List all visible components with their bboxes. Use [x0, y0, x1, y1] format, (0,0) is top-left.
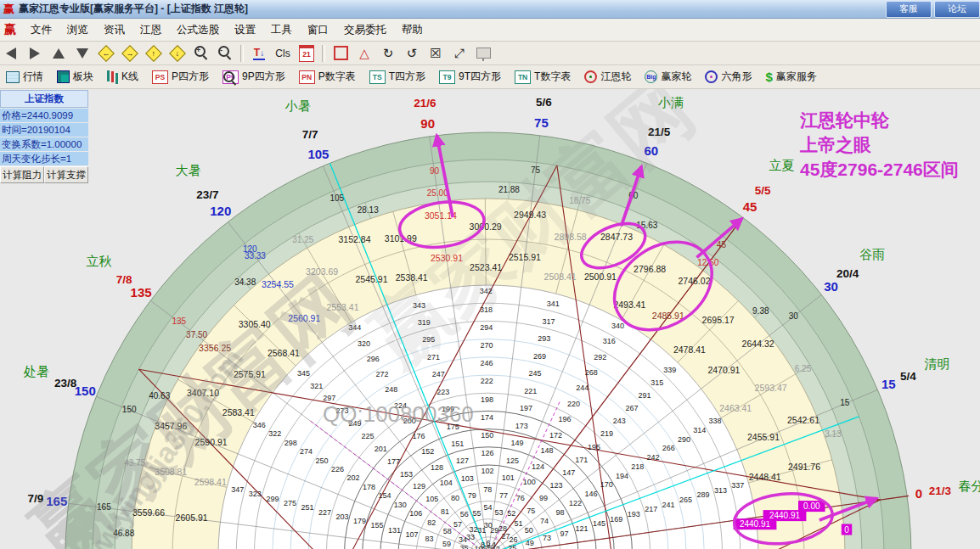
tool-六角形[interactable]: 六角形 [699, 67, 758, 87]
menu-item-文件[interactable]: 文件 [23, 20, 59, 41]
svg-text:2463.41: 2463.41 [719, 403, 752, 413]
svg-text:立夏: 立夏 [769, 158, 794, 172]
rect-tool-icon[interactable] [329, 42, 352, 64]
menu-item-帮助[interactable]: 帮助 [394, 20, 431, 41]
title-bar: 赢 赢家江恩专业版[赢家服务平台] - [上证指数 江恩轮] 客服 论坛 [0, 0, 980, 19]
svg-text:148: 148 [541, 446, 554, 455]
menu-item-工具[interactable]: 工具 [263, 20, 300, 41]
tool-行情[interactable]: 行情 [0, 67, 49, 87]
svg-text:129: 129 [413, 482, 425, 490]
svg-text:15: 15 [881, 377, 896, 391]
menu-item-浏览[interactable]: 浏览 [59, 20, 96, 41]
box-select-icon[interactable]: ☒ [425, 42, 447, 64]
svg-text:75: 75 [534, 115, 549, 130]
up-icon[interactable] [48, 42, 70, 64]
svg-text:76: 76 [516, 494, 525, 502]
pan-down-icon[interactable]: ↓ [166, 42, 189, 64]
svg-text:203: 203 [335, 513, 348, 521]
svg-text:2796.88: 2796.88 [634, 264, 666, 274]
calc-resistance-button[interactable]: 计算阻力 [0, 166, 44, 183]
gann-wheel-chart[interactable]: 1234567891011121323242526272829303132333… [0, 89, 980, 549]
svg-text:2448.41: 2448.41 [749, 472, 781, 482]
svg-text:135: 135 [172, 317, 186, 326]
svg-text:2593.47: 2593.47 [755, 383, 787, 393]
zoom-out-icon[interactable]: - [214, 42, 236, 64]
tool-P数字表[interactable]: PNP数字表 [293, 67, 362, 87]
svg-text:266: 266 [662, 444, 675, 452]
panel-row-2[interactable]: 变换系数=1.00000 [0, 137, 88, 151]
svg-text:316: 316 [603, 337, 616, 345]
tool-板块[interactable]: 板块 [51, 67, 99, 87]
menu-item-交易委托[interactable]: 交易委托 [336, 20, 394, 41]
svg-text:105: 105 [307, 147, 329, 161]
rotate-cw-icon[interactable]: ↻ [377, 42, 399, 64]
panel-row-1[interactable]: 时间=20190104 [0, 123, 88, 137]
svg-text:2545.91: 2545.91 [356, 274, 388, 284]
tool-T数字表[interactable]: TNT数字表 [509, 67, 577, 87]
svg-text:2500.91: 2500.91 [584, 272, 617, 282]
svg-text:246: 246 [480, 359, 493, 367]
svg-text:322: 322 [268, 429, 281, 438]
svg-text:20/4: 20/4 [836, 267, 859, 280]
svg-text:290: 290 [678, 435, 690, 444]
down-icon[interactable] [71, 42, 93, 64]
note-line-1: 江恩轮中轮 [800, 108, 959, 132]
svg-text:220: 220 [567, 400, 580, 408]
svg-text:150: 150 [75, 384, 96, 398]
svg-text:346: 346 [253, 421, 266, 429]
svg-text:221: 221 [524, 387, 537, 395]
tool-P四方形[interactable]: PSP四方形 [146, 67, 215, 87]
menu-item-设置[interactable]: 设置 [227, 20, 263, 41]
svg-text:98: 98 [555, 508, 564, 517]
svg-text:171: 171 [575, 456, 588, 464]
tool-T四方形[interactable]: TST四方形 [363, 67, 431, 87]
triangle-tool-icon[interactable]: △ [353, 42, 375, 64]
presentation-icon[interactable] [472, 42, 494, 64]
svg-text:55: 55 [472, 509, 481, 518]
panel-row-3[interactable]: 周天变化步长=1 [0, 152, 88, 165]
forward-icon[interactable] [24, 42, 46, 64]
rotate-ccw-icon[interactable]: ↺ [401, 42, 423, 64]
svg-text:107: 107 [406, 530, 419, 539]
pan-up-icon[interactable]: ↑ [143, 42, 165, 64]
tool-赢家服务[interactable]: $赢家服务 [759, 67, 822, 87]
fit-screen-icon[interactable]: ⤢ [448, 42, 470, 64]
tool-赢家轮[interactable]: Big赢家轮 [639, 67, 697, 87]
svg-text:154: 154 [378, 491, 391, 500]
app-logo-icon: 赢 [3, 2, 14, 17]
svg-text:172: 172 [549, 431, 562, 440]
tool-9T四方形[interactable]: T99T四方形 [433, 67, 507, 87]
svg-text:4: 4 [492, 541, 496, 549]
svg-text:250: 250 [316, 457, 329, 465]
menu-item-窗口[interactable]: 窗口 [300, 20, 336, 41]
svg-text:121: 121 [575, 524, 588, 533]
menu-item-资讯[interactable]: 资讯 [96, 20, 132, 41]
tool-K线[interactable]: K线 [101, 67, 144, 87]
svg-text:339: 339 [663, 366, 676, 374]
pan-left-icon[interactable]: ← [95, 42, 117, 64]
menu-item-公式选股[interactable]: 公式选股 [169, 20, 227, 41]
svg-text:120: 120 [210, 204, 231, 218]
pan-right-icon[interactable]: → [119, 42, 141, 64]
time-axis-icon[interactable]: T↓ [248, 42, 270, 64]
svg-text:268: 268 [585, 368, 598, 377]
svg-text:298: 298 [284, 439, 297, 447]
svg-text:153: 153 [400, 470, 413, 479]
svg-text:105: 105 [425, 495, 438, 503]
tool-9P四方形[interactable]: P99P四方形 [217, 67, 291, 87]
svg-text:194: 194 [616, 472, 628, 480]
back-icon[interactable] [0, 42, 22, 64]
panel-row-0[interactable]: 价格=2440.9099 [0, 109, 88, 122]
svg-text:291: 291 [638, 391, 651, 400]
tool-江恩轮[interactable]: 江恩轮 [578, 67, 637, 87]
cls-icon[interactable]: Cls [272, 42, 294, 64]
forum-button[interactable]: 论坛 [934, 1, 980, 18]
svg-text:处暑: 处暑 [24, 364, 49, 378]
calendar-icon[interactable]: 21 [296, 42, 318, 64]
calc-support-button[interactable]: 计算支撑 [44, 166, 88, 183]
svg-text:217: 217 [645, 505, 657, 513]
svg-text:2478.41: 2478.41 [673, 345, 706, 355]
customer-service-button[interactable]: 客服 [886, 1, 932, 18]
menu-item-江恩[interactable]: 江恩 [132, 20, 169, 41]
zoom-in-icon[interactable]: + [190, 42, 212, 64]
